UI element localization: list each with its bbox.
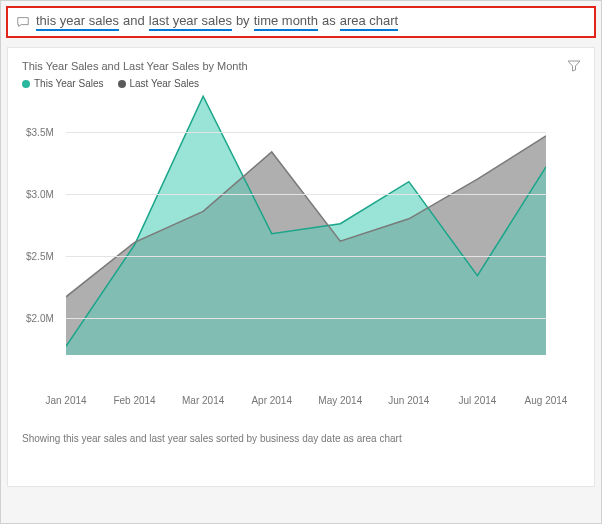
filter-icon[interactable] xyxy=(566,58,582,78)
y-tick-label: $2.5M xyxy=(26,250,66,261)
grid-line xyxy=(66,256,546,257)
qna-token: area chart xyxy=(340,13,399,31)
y-tick-label: $3.5M xyxy=(26,127,66,138)
legend-item[interactable]: This Year Sales xyxy=(22,78,104,89)
x-tick-label: Jul 2014 xyxy=(459,395,497,406)
y-tick-label: $2.0M xyxy=(26,312,66,323)
qna-input-bar[interactable]: this year salesandlast year salesbytime … xyxy=(7,7,595,37)
chart-panel: This Year Sales and Last Year Sales by M… xyxy=(7,47,595,487)
x-tick-label: Mar 2014 xyxy=(182,395,224,406)
area-chart-svg xyxy=(66,95,546,385)
qna-token: time month xyxy=(254,13,318,31)
grid-line xyxy=(66,318,546,319)
app-frame: this year salesandlast year salesbytime … xyxy=(0,0,602,524)
x-tick-label: Feb 2014 xyxy=(113,395,155,406)
x-tick-label: Jun 2014 xyxy=(388,395,429,406)
y-axis: $2.0M$2.5M$3.0M$3.5M xyxy=(26,95,66,385)
legend-label: Last Year Sales xyxy=(130,78,200,89)
grid-line xyxy=(66,132,546,133)
legend-swatch xyxy=(22,80,30,88)
y-tick-label: $3.0M xyxy=(26,189,66,200)
chart-plot: $2.0M$2.5M$3.0M$3.5M Jan 2014Feb 2014Mar… xyxy=(26,95,546,415)
qna-token: and xyxy=(123,13,145,31)
legend-label: This Year Sales xyxy=(34,78,104,89)
x-axis: Jan 2014Feb 2014Mar 2014Apr 2014May 2014… xyxy=(66,389,546,415)
x-tick-label: May 2014 xyxy=(318,395,362,406)
chat-icon xyxy=(16,15,30,29)
x-tick-label: Jan 2014 xyxy=(45,395,86,406)
legend-item[interactable]: Last Year Sales xyxy=(118,78,200,89)
qna-token: as xyxy=(322,13,336,31)
legend-swatch xyxy=(118,80,126,88)
area-last-year-overlay xyxy=(66,136,546,355)
chart-footer-note: Showing this year sales and last year sa… xyxy=(22,433,580,444)
qna-token: this year sales xyxy=(36,13,119,31)
chart-legend: This Year SalesLast Year Sales xyxy=(22,78,580,89)
qna-token: last year sales xyxy=(149,13,232,31)
grid-line xyxy=(66,194,546,195)
qna-text: this year salesandlast year salesbytime … xyxy=(36,13,398,31)
x-tick-label: Aug 2014 xyxy=(525,395,568,406)
x-tick-label: Apr 2014 xyxy=(251,395,292,406)
qna-token: by xyxy=(236,13,250,31)
chart-title: This Year Sales and Last Year Sales by M… xyxy=(22,60,580,72)
